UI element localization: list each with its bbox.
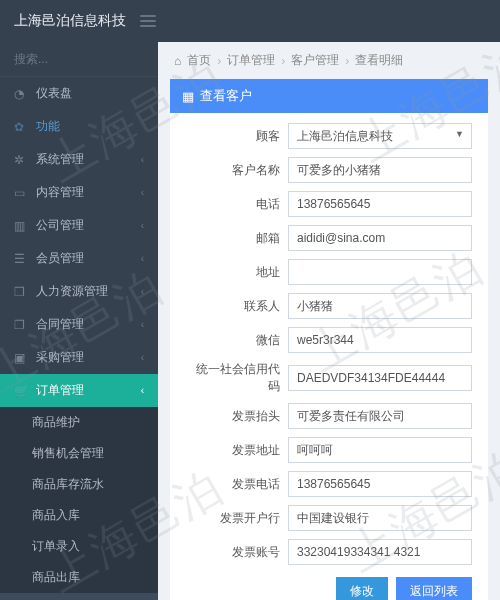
owner-select[interactable]: 上海邑泊信息科技: [288, 123, 472, 149]
order-submenu: 商品维护 销售机会管理 商品库存流水 商品入库 订单录入 商品出库 客户管理 客…: [0, 407, 158, 600]
chevron-left-icon: ‹: [141, 187, 144, 198]
submenu-item-outbound[interactable]: 商品出库: [0, 562, 158, 593]
sidebar-item-content[interactable]: ▭内容管理‹: [0, 176, 158, 209]
customer-panel: ▦ 查看客户 顾客上海邑泊信息科技 客户名称 电话 邮箱 地址 联系人 微信 统…: [170, 79, 488, 600]
invaddr-input[interactable]: [288, 437, 472, 463]
box-icon: ▣: [14, 351, 30, 365]
sidebar-item-company[interactable]: ▥公司管理‹: [0, 209, 158, 242]
chevron-left-icon: ‹: [141, 253, 144, 264]
edit-button[interactable]: 修改: [336, 577, 388, 600]
email-label: 邮箱: [186, 230, 288, 247]
crumb-detail: 查看明细: [355, 52, 403, 69]
main-content: ⌂ 首页› 订单管理› 客户管理› 查看明细 ▦ 查看客户 顾客上海邑泊信息科技…: [158, 42, 500, 600]
gauge-icon: ◔: [14, 87, 30, 101]
name-label: 客户名称: [186, 162, 288, 179]
invaddr-label: 发票地址: [186, 442, 288, 459]
invtitle-label: 发票抬头: [186, 408, 288, 425]
sidebar-item-member[interactable]: ☰会员管理‹: [0, 242, 158, 275]
brand-title: 上海邑泊信息科技: [14, 12, 126, 30]
doc-icon: ▭: [14, 186, 30, 200]
invbank-input[interactable]: [288, 505, 472, 531]
sidebar-item-features[interactable]: ✿功能: [0, 110, 158, 143]
submenu-item-product[interactable]: 商品维护: [0, 407, 158, 438]
contact-input[interactable]: [288, 293, 472, 319]
submenu-item-sales[interactable]: 销售机会管理: [0, 438, 158, 469]
contact-label: 联系人: [186, 298, 288, 315]
credit-input[interactable]: [288, 365, 472, 391]
sidebar-item-order[interactable]: 🛒订单管理‹: [0, 374, 158, 407]
invbank-label: 发票开户行: [186, 510, 288, 527]
file-icon: ❐: [14, 318, 30, 332]
chevron-right-icon: ›: [281, 54, 285, 68]
chevron-left-icon: ‹: [141, 385, 144, 396]
chevron-left-icon: ‹: [141, 319, 144, 330]
panel-title: 查看客户: [200, 87, 252, 105]
sidebar: ⌕ ◔仪表盘 ✿功能 ✲系统管理‹ ▭内容管理‹ ▥公司管理‹ ☰会员管理‹ ❒…: [0, 42, 158, 600]
credit-label: 统一社会信用代码: [186, 361, 288, 395]
sidebar-item-hr[interactable]: ❒人力资源管理‹: [0, 275, 158, 308]
crumb-order[interactable]: 订单管理: [227, 52, 275, 69]
submenu-item-customer[interactable]: 客户管理: [0, 593, 158, 600]
home-icon[interactable]: ⌂: [174, 54, 181, 68]
submenu-item-orderin[interactable]: 订单录入: [0, 531, 158, 562]
chevron-right-icon: ›: [345, 54, 349, 68]
submenu-item-stock[interactable]: 商品库存流水: [0, 469, 158, 500]
submenu-item-inbound[interactable]: 商品入库: [0, 500, 158, 531]
sidebar-search[interactable]: ⌕: [0, 42, 158, 77]
menu-toggle-icon[interactable]: [140, 15, 156, 27]
email-input[interactable]: [288, 225, 472, 251]
topbar: 上海邑泊信息科技: [0, 0, 500, 42]
chevron-left-icon: ‹: [141, 154, 144, 165]
invacct-input[interactable]: [288, 539, 472, 565]
phone-label: 电话: [186, 196, 288, 213]
sidebar-item-dashboard[interactable]: ◔仪表盘: [0, 77, 158, 110]
owner-label: 顾客: [186, 128, 288, 145]
cog-icon: ✲: [14, 153, 30, 167]
chevron-left-icon: ‹: [141, 220, 144, 231]
chevron-left-icon: ‹: [141, 286, 144, 297]
addr-input[interactable]: [288, 259, 472, 285]
building-icon: ▥: [14, 219, 30, 233]
chevron-left-icon: ‹: [141, 352, 144, 363]
user-icon: ☰: [14, 252, 30, 266]
grid-icon: ▦: [182, 89, 194, 104]
panel-header: ▦ 查看客户: [170, 79, 488, 113]
sidebar-item-contract[interactable]: ❐合同管理‹: [0, 308, 158, 341]
invacct-label: 发票账号: [186, 544, 288, 561]
breadcrumb: ⌂ 首页› 订单管理› 客户管理› 查看明细: [158, 42, 500, 79]
search-input[interactable]: [14, 52, 158, 66]
back-button[interactable]: 返回列表: [396, 577, 472, 600]
invtitle-input[interactable]: [288, 403, 472, 429]
cart-icon: 🛒: [14, 384, 30, 398]
phone-input[interactable]: [288, 191, 472, 217]
wechat-label: 微信: [186, 332, 288, 349]
star-icon: ✿: [14, 120, 30, 134]
users-icon: ❒: [14, 285, 30, 299]
sidebar-item-purchase[interactable]: ▣采购管理‹: [0, 341, 158, 374]
invphone-input[interactable]: [288, 471, 472, 497]
invphone-label: 发票电话: [186, 476, 288, 493]
wechat-input[interactable]: [288, 327, 472, 353]
sidebar-item-system[interactable]: ✲系统管理‹: [0, 143, 158, 176]
name-input[interactable]: [288, 157, 472, 183]
addr-label: 地址: [186, 264, 288, 281]
crumb-customer[interactable]: 客户管理: [291, 52, 339, 69]
crumb-home[interactable]: 首页: [187, 52, 211, 69]
chevron-right-icon: ›: [217, 54, 221, 68]
